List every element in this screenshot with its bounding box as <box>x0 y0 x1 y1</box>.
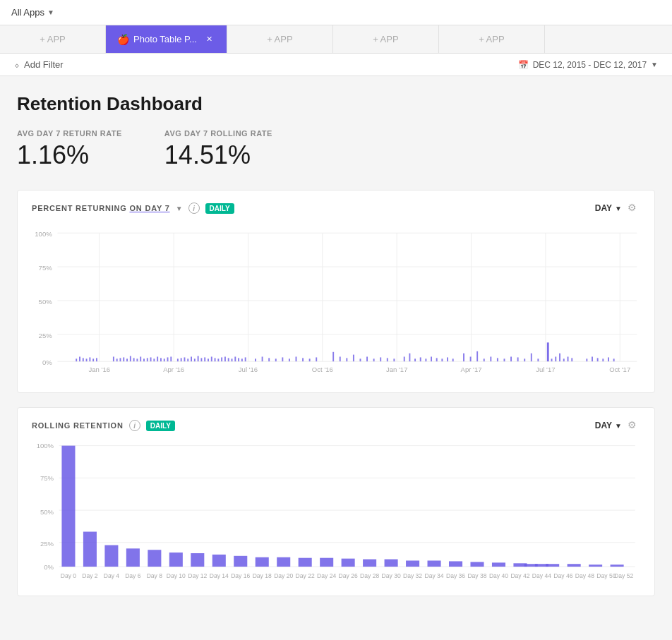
svg-rect-162 <box>568 564 581 567</box>
svg-text:Day 42: Day 42 <box>510 572 529 579</box>
svg-rect-140 <box>126 548 140 567</box>
day-selector-chevron-icon-2: ▼ <box>615 422 622 430</box>
svg-text:Day 4: Day 4 <box>104 572 120 579</box>
svg-rect-50 <box>170 356 172 361</box>
svg-text:Day 32: Day 32 <box>403 572 422 579</box>
svg-rect-123 <box>597 358 599 361</box>
chart-title-link[interactable]: ON DAY 7 <box>129 204 169 212</box>
info-icon-2[interactable]: i <box>129 420 140 431</box>
svg-text:Day 28: Day 28 <box>360 572 379 579</box>
svg-rect-147 <box>277 557 290 567</box>
filter-icon: ⬦ <box>14 59 20 70</box>
svg-text:Oct '17: Oct '17 <box>609 366 630 373</box>
svg-rect-62 <box>215 358 216 361</box>
svg-rect-64 <box>221 357 222 361</box>
svg-rect-45 <box>153 358 155 361</box>
daily-badge-1: DAILY <box>205 203 234 214</box>
svg-rect-146 <box>256 557 269 567</box>
svg-text:0%: 0% <box>44 563 54 571</box>
svg-rect-71 <box>245 357 246 361</box>
day-selector-label-2: DAY <box>595 421 612 430</box>
svg-rect-66 <box>228 358 229 361</box>
svg-rect-91 <box>393 358 395 361</box>
svg-rect-48 <box>164 358 165 361</box>
chart-controls-2: DAY ▼ ⚙ <box>595 419 640 432</box>
svg-text:0%: 0% <box>42 358 52 366</box>
chevron-day7-icon[interactable]: ▼ <box>176 205 183 212</box>
svg-rect-41 <box>140 356 141 361</box>
add-filter-button[interactable]: ⬦ Add Filter <box>14 59 64 70</box>
add-tab-label-4: + APP <box>479 34 505 44</box>
svg-rect-54 <box>187 358 188 361</box>
svg-rect-28 <box>83 358 84 361</box>
svg-text:100%: 100% <box>37 442 54 449</box>
svg-rect-153 <box>406 560 419 567</box>
svg-rect-97 <box>431 356 432 361</box>
info-icon-1[interactable]: i <box>188 203 200 214</box>
svg-text:Day 8: Day 8 <box>147 572 163 579</box>
svg-rect-149 <box>320 558 333 567</box>
date-range-selector[interactable]: 📅 DEC 12, 2015 - DEC 12, 2017 ▼ <box>518 60 658 70</box>
svg-rect-112 <box>531 354 532 361</box>
svg-text:50%: 50% <box>39 298 53 306</box>
app-tab-add-4[interactable]: + APP <box>439 25 545 53</box>
svg-rect-142 <box>169 553 183 567</box>
svg-rect-47 <box>160 358 162 361</box>
svg-rect-108 <box>504 358 505 361</box>
svg-rect-43 <box>147 358 148 361</box>
svg-rect-89 <box>380 357 381 361</box>
svg-rect-94 <box>414 358 416 361</box>
svg-rect-40 <box>136 358 138 361</box>
svg-rect-83 <box>340 356 341 361</box>
svg-rect-93 <box>409 354 410 361</box>
all-apps-label: All Apps <box>11 7 44 18</box>
svg-rect-60 <box>208 358 209 361</box>
all-apps-button[interactable]: All Apps ▼ <box>11 7 54 18</box>
close-icon[interactable]: ✕ <box>204 34 215 45</box>
app-tab-add-1[interactable]: + APP <box>0 25 106 53</box>
svg-rect-86 <box>360 358 361 361</box>
svg-text:Day 24: Day 24 <box>317 572 336 579</box>
svg-rect-141 <box>148 550 161 567</box>
svg-text:Day 40: Day 40 <box>489 572 508 579</box>
svg-text:Day 18: Day 18 <box>253 572 272 579</box>
svg-rect-98 <box>436 358 438 361</box>
svg-rect-57 <box>198 356 199 362</box>
svg-rect-148 <box>299 558 312 567</box>
svg-rect-113 <box>537 358 539 361</box>
svg-rect-125 <box>608 357 609 361</box>
svg-rect-53 <box>184 357 186 361</box>
calendar-icon: 📅 <box>518 60 529 70</box>
app-tab-add-3[interactable]: + APP <box>333 25 439 53</box>
svg-rect-78 <box>296 356 297 361</box>
app-tab-photo-table[interactable]: 🍎 Photo Table P... ✕ <box>106 25 227 53</box>
settings-icon-1[interactable]: ⚙ <box>628 202 640 215</box>
day-selector-2[interactable]: DAY ▼ <box>595 421 622 430</box>
app-tab-add-2[interactable]: + APP <box>227 25 333 53</box>
svg-rect-106 <box>490 356 491 361</box>
svg-rect-105 <box>484 358 485 361</box>
settings-icon-2[interactable]: ⚙ <box>628 419 640 432</box>
svg-rect-49 <box>167 357 169 361</box>
metric-label-1: AVG DAY 7 RETURN RATE <box>17 129 122 138</box>
svg-text:Day 52: Day 52 <box>614 572 633 579</box>
app-tabs: + APP 🍎 Photo Table P... ✕ + APP + APP +… <box>0 25 672 54</box>
percent-returning-svg: 100% 75% 50% 25% 0% <box>32 223 640 378</box>
svg-text:Jul '17: Jul '17 <box>536 366 555 373</box>
day-selector-1[interactable]: DAY ▼ <box>595 203 622 213</box>
svg-rect-33 <box>113 356 114 361</box>
metric-avg-day7-return: AVG DAY 7 RETURN RATE 1.16% <box>17 129 122 170</box>
svg-rect-155 <box>449 561 462 567</box>
svg-rect-38 <box>130 356 131 362</box>
top-nav: All Apps ▼ <box>0 0 672 25</box>
svg-rect-104 <box>476 351 478 361</box>
svg-rect-44 <box>150 357 152 361</box>
svg-text:25%: 25% <box>40 540 54 548</box>
metric-value-2: 14.51% <box>164 140 272 170</box>
svg-rect-126 <box>613 358 615 361</box>
svg-rect-56 <box>194 358 196 361</box>
svg-rect-69 <box>238 358 239 361</box>
svg-rect-84 <box>346 358 347 361</box>
svg-rect-116 <box>555 356 556 361</box>
svg-rect-30 <box>89 357 90 361</box>
